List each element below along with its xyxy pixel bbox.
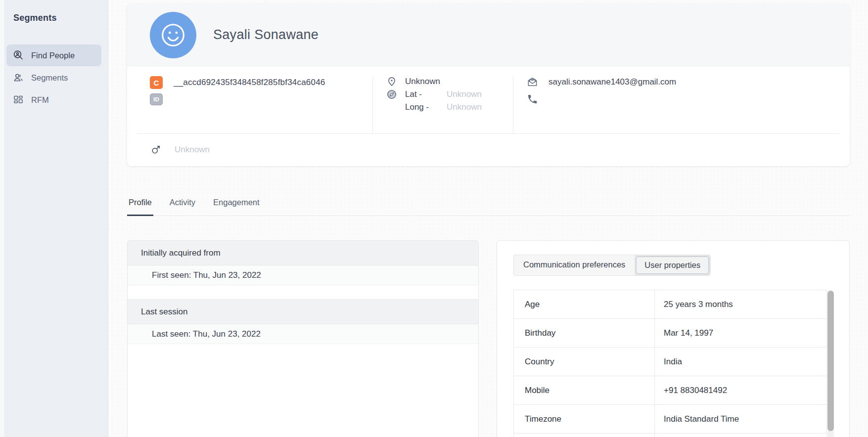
latitude-value: Unknown bbox=[447, 89, 513, 99]
tab-activity[interactable]: Activity bbox=[168, 194, 197, 216]
location-pin-icon bbox=[386, 76, 397, 87]
property-value: Mar 14, 1997 bbox=[655, 319, 826, 347]
profile-info-row: C __accd692435f348458f285fbf34ca6046 ID bbox=[127, 66, 850, 133]
clevertap-badge-icon: C bbox=[150, 76, 163, 89]
contact-column: sayali.sonawane1403@gmail.com bbox=[513, 76, 850, 133]
table-row: Mobile +91 8830481492 bbox=[514, 376, 826, 405]
property-value: India Standard Time bbox=[655, 405, 826, 433]
email-icon bbox=[527, 76, 540, 87]
table-row-partial bbox=[514, 434, 826, 437]
tab-profile[interactable]: Profile bbox=[127, 194, 153, 216]
tab-user-properties[interactable]: User properties bbox=[636, 256, 709, 274]
compass-icon bbox=[386, 89, 397, 100]
user-properties-table: Age 25 years 3 months Birthday Mar 14, 1… bbox=[513, 290, 827, 437]
property-label: Timezone bbox=[514, 405, 655, 433]
sidebar-item-label: Segments bbox=[31, 73, 68, 83]
sidebar-nav: Find People Segments bbox=[6, 44, 101, 111]
profile-tabs: Profile Activity Engagement bbox=[127, 194, 850, 216]
tab-engagement[interactable]: Engagement bbox=[212, 194, 261, 216]
table-row: Country India bbox=[514, 348, 826, 376]
email-value: sayali.sonawane1403@gmail.com bbox=[548, 77, 850, 87]
gender-icon bbox=[151, 144, 162, 155]
smiley-icon bbox=[158, 20, 188, 50]
last-seen-row: Last seen: Thu, Jun 23, 2022 bbox=[128, 324, 478, 344]
properties-tab-group: Communication preferences User propertie… bbox=[513, 255, 711, 276]
profile-card-header: Sayali Sonawane bbox=[127, 4, 850, 66]
main-content: Sayali Sonawane C __accd692435f348458f28… bbox=[108, 0, 868, 437]
selected-tab-wrap: User properties bbox=[635, 255, 710, 275]
property-value: 25 years 3 months bbox=[655, 290, 826, 318]
user-properties-table-wrap: Age 25 years 3 months Birthday Mar 14, 1… bbox=[513, 290, 834, 437]
sidebar-title: Segments bbox=[13, 13, 57, 23]
property-label: Country bbox=[514, 348, 655, 376]
property-label bbox=[514, 434, 655, 437]
identity-badge-icon: ID bbox=[150, 93, 163, 105]
grid-icon bbox=[13, 94, 24, 105]
property-value bbox=[655, 434, 826, 437]
profile-name: Sayali Sonawane bbox=[213, 27, 319, 43]
sidebar-item-find-people[interactable]: Find People bbox=[6, 44, 101, 66]
table-row: Birthday Mar 14, 1997 bbox=[514, 319, 826, 348]
longitude-value: Unknown bbox=[447, 102, 513, 112]
table-scrollbar[interactable] bbox=[827, 290, 834, 437]
person-search-icon bbox=[13, 50, 24, 61]
section-header-initially-acquired: Initially acquired from bbox=[128, 241, 478, 265]
sidebar: Segments Find People bbox=[0, 0, 108, 437]
people-icon bbox=[13, 72, 24, 83]
profile-card: Sayali Sonawane C __accd692435f348458f28… bbox=[127, 4, 850, 166]
spacer bbox=[386, 102, 397, 113]
longitude-label: Long - bbox=[405, 102, 440, 112]
properties-panel: Communication preferences User propertie… bbox=[497, 240, 850, 437]
section-header-last-session: Last session bbox=[128, 300, 478, 324]
gender-value: Unknown bbox=[175, 145, 210, 155]
property-label: Mobile bbox=[514, 376, 655, 404]
tab-communication-preferences[interactable]: Communication preferences bbox=[514, 255, 635, 275]
sidebar-item-segments[interactable]: Segments bbox=[6, 67, 101, 88]
first-seen-row: First seen: Thu, Jun 23, 2022 bbox=[128, 265, 478, 285]
property-value: India bbox=[655, 348, 826, 376]
sidebar-item-label: Find People bbox=[31, 51, 75, 60]
sidebar-item-rfm[interactable]: RFM bbox=[6, 89, 101, 111]
location-column: Unknown Lat - Unknown Long - Unknown bbox=[372, 76, 513, 133]
table-scrollbar-thumb[interactable] bbox=[827, 291, 834, 431]
property-value: +91 8830481492 bbox=[655, 376, 826, 404]
location-city: Unknown bbox=[405, 77, 513, 87]
clevertap-id-value: __accd692435f348458f285fbf34ca6046 bbox=[174, 78, 325, 87]
property-label: Age bbox=[514, 290, 655, 318]
latitude-label: Lat - bbox=[405, 89, 440, 99]
gender-row: Unknown bbox=[127, 134, 850, 166]
acquisition-panel: Initially acquired from First seen: Thu,… bbox=[127, 240, 479, 437]
sidebar-item-label: RFM bbox=[31, 95, 49, 105]
table-row: Age 25 years 3 months bbox=[514, 290, 826, 319]
property-label: Birthday bbox=[514, 319, 655, 347]
identity-column: C __accd692435f348458f285fbf34ca6046 ID bbox=[127, 76, 372, 133]
phone-icon bbox=[527, 93, 540, 105]
section-spacer bbox=[128, 285, 478, 300]
table-row: Timezone India Standard Time bbox=[514, 405, 826, 434]
app-root: Segments Find People bbox=[0, 0, 868, 437]
avatar bbox=[150, 12, 196, 58]
